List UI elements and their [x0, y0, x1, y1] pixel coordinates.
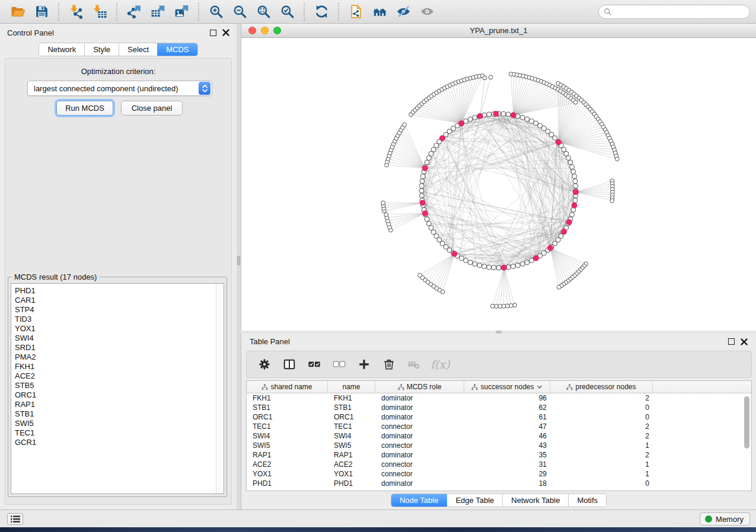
- cell-successor-nodes: 35: [464, 451, 550, 459]
- attribute-type-icon: [261, 384, 268, 390]
- table-settings-button[interactable]: [254, 354, 275, 375]
- import-table-button[interactable]: [88, 2, 111, 21]
- mcds-result-items: PHD1CAR1STP4TID3YOX1SWI4SRD1PMA2FKH1ACE2…: [11, 284, 224, 447]
- table-tab-node-table[interactable]: Node Table: [391, 493, 448, 507]
- table-tabs-row: Node TableEdge TableNetwork TableMotifs: [241, 493, 756, 507]
- control-panel-tabs: NetworkStyleSelectMCDS: [39, 43, 197, 56]
- mcds-result-item[interactable]: SWI4: [11, 334, 224, 343]
- mcds-result-item[interactable]: GCR1: [11, 438, 224, 447]
- delete-table-icon: [407, 358, 420, 371]
- network-view-titlebar[interactable]: YPA_prune.txt_1: [241, 24, 756, 38]
- column-header-name[interactable]: name: [328, 381, 375, 393]
- mcds-result-item[interactable]: FKH1: [11, 362, 224, 371]
- node-table-header: shared namenameMCDS rolesuccessor nodesp…: [247, 381, 751, 393]
- float-panel-icon[interactable]: [728, 338, 735, 345]
- zoom-selected-button[interactable]: [275, 2, 299, 21]
- table-row[interactable]: PHD1PHD1dominator180: [247, 479, 751, 488]
- mcds-result-list[interactable]: PHD1CAR1STP4TID3YOX1SWI4SRD1PMA2FKH1ACE2…: [11, 283, 224, 494]
- cell-name: TEC1: [328, 422, 375, 431]
- delete-column-button[interactable]: [378, 354, 400, 375]
- cell-predecessor-nodes: 0: [550, 479, 653, 488]
- first-neighbors-button[interactable]: [368, 2, 391, 21]
- cell-predecessor-nodes: 2: [550, 451, 653, 459]
- show-all-button[interactable]: [415, 2, 439, 21]
- mcds-result-item[interactable]: PHD1: [11, 286, 224, 296]
- table-row[interactable]: YOX1YOX1connector291: [247, 469, 751, 479]
- table-row[interactable]: TEC1TEC1connector472: [247, 422, 751, 431]
- tab-style[interactable]: Style: [85, 43, 119, 56]
- zoom-out-button[interactable]: [228, 2, 251, 21]
- table-row[interactable]: SWI4SWI4dominator462: [247, 431, 751, 441]
- column-header-MCDS-role[interactable]: MCDS role: [375, 381, 464, 393]
- optimization-criterion-label: Optimization criterion:: [5, 67, 231, 76]
- export-table-button[interactable]: [146, 2, 170, 21]
- save-session-button[interactable]: [30, 2, 53, 21]
- tab-mcds[interactable]: MCDS: [157, 43, 197, 56]
- mcds-result-item[interactable]: STP4: [11, 305, 224, 315]
- task-history-button[interactable]: [7, 513, 23, 525]
- table-tab-edge-table[interactable]: Edge Table: [447, 494, 503, 507]
- show-all-columns-button[interactable]: [304, 354, 325, 375]
- table-row[interactable]: ACE2ACE2connector311: [247, 460, 751, 469]
- mcds-result-item[interactable]: STB5: [11, 381, 224, 390]
- run-mcds-button[interactable]: Run MCDS: [56, 101, 113, 116]
- toolbar-separator: [198, 3, 199, 21]
- mcds-list-scrollbar[interactable]: [216, 284, 224, 493]
- status-bar: Memory: [0, 509, 756, 527]
- tab-network[interactable]: Network: [39, 43, 85, 56]
- table-row[interactable]: ORC1ORC1dominator610: [247, 412, 751, 422]
- mcds-result-item[interactable]: ORC1: [11, 390, 224, 400]
- table-row[interactable]: RAP1RAP1dominator352: [247, 450, 751, 460]
- export-image-button[interactable]: [170, 2, 193, 21]
- export-network-button[interactable]: [122, 2, 146, 21]
- sort-descending-icon: [537, 384, 543, 389]
- memory-button[interactable]: Memory: [700, 512, 750, 525]
- table-tab-motifs[interactable]: Motifs: [569, 494, 606, 507]
- float-panel-icon[interactable]: [210, 30, 216, 36]
- zoom-in-button[interactable]: [204, 2, 228, 21]
- table-scrollbar-thumb[interactable]: [744, 396, 749, 448]
- mcds-result-title: MCDS result (17 nodes): [12, 273, 99, 281]
- network-canvas[interactable]: [241, 38, 756, 331]
- search-input[interactable]: [615, 8, 745, 16]
- panel-splitter-vertical[interactable]: [237, 24, 241, 509]
- mcds-result-item[interactable]: CAR1: [11, 296, 224, 305]
- close-panel-icon[interactable]: [222, 29, 229, 36]
- mcds-result-item[interactable]: YOX1: [11, 324, 224, 334]
- tab-select[interactable]: Select: [119, 43, 158, 56]
- split-panel-button[interactable]: [279, 354, 300, 375]
- column-header-predecessor-nodes[interactable]: predecessor nodes: [550, 381, 653, 393]
- table-row[interactable]: FKH1FKH1dominator962: [247, 393, 751, 403]
- node-table[interactable]: shared namenameMCDS rolesuccessor nodesp…: [246, 380, 752, 491]
- table-tab-network-table[interactable]: Network Table: [503, 494, 569, 507]
- table-row[interactable]: STB1STB1dominator620: [247, 403, 751, 412]
- mcds-result-item[interactable]: RAP1: [11, 400, 224, 409]
- close-panel-button[interactable]: Close panel: [121, 101, 183, 116]
- mcds-result-item[interactable]: ACE2: [11, 371, 224, 381]
- mcds-result-item[interactable]: PMA2: [11, 352, 224, 362]
- hide-selected-button[interactable]: [391, 2, 415, 21]
- zoom-fit-button[interactable]: [251, 2, 275, 21]
- hide-all-columns-button[interactable]: [328, 354, 350, 375]
- duplicate-network-button[interactable]: [344, 2, 368, 21]
- import-network-button[interactable]: [64, 2, 88, 21]
- create-column-button[interactable]: [353, 354, 375, 375]
- toolbar-separator: [58, 3, 59, 21]
- open-session-button[interactable]: [6, 2, 30, 21]
- table-row[interactable]: SWI5SWI5connector431: [247, 441, 751, 450]
- desktop-wallpaper: [0, 527, 756, 532]
- optimization-criterion-select[interactable]: largest connected component (undirected): [27, 81, 212, 96]
- mcds-result-item[interactable]: SRD1: [11, 343, 224, 352]
- search-box[interactable]: [598, 5, 750, 19]
- column-header-shared-name[interactable]: shared name: [247, 381, 328, 393]
- refresh-button[interactable]: [310, 2, 333, 21]
- cell-shared-name: TEC1: [247, 422, 328, 431]
- splitter-grip[interactable]: [237, 256, 240, 265]
- close-panel-icon[interactable]: [741, 338, 748, 345]
- column-header-successor-nodes[interactable]: successor nodes: [464, 381, 550, 393]
- mcds-result-item[interactable]: SWI5: [11, 419, 224, 428]
- mcds-result-item[interactable]: STB1: [11, 409, 224, 419]
- mcds-result-item[interactable]: TEC1: [11, 428, 224, 438]
- mcds-result-item[interactable]: TID3: [11, 315, 224, 324]
- network-graph: [241, 38, 756, 331]
